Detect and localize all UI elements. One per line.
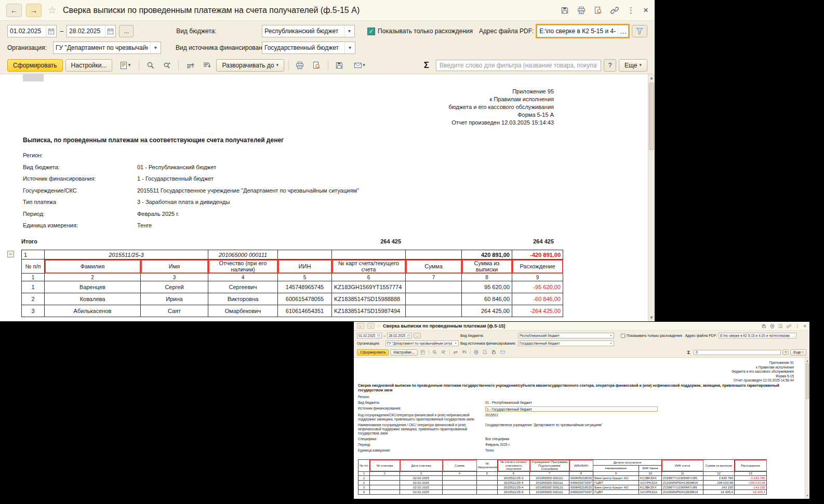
pdf-path-field[interactable]: ... bbox=[719, 333, 796, 338]
preview-button[interactable] bbox=[778, 324, 783, 329]
settings-button[interactable]: Настройки... bbox=[390, 349, 417, 356]
sort-descending-button[interactable] bbox=[461, 349, 468, 356]
print-preview-button[interactable] bbox=[482, 349, 489, 356]
report-variants-button[interactable] bbox=[419, 349, 427, 356]
budget-type-input[interactable] bbox=[262, 28, 344, 35]
sort-ascending-button[interactable] bbox=[183, 59, 197, 72]
expand-to-button[interactable]: Разворачивать до▾ bbox=[216, 59, 284, 72]
budget-type-field[interactable]: ▾ bbox=[518, 333, 614, 338]
date-options-button[interactable]: ... bbox=[414, 333, 421, 338]
date-from-input[interactable] bbox=[357, 334, 376, 337]
chevron-down-icon[interactable]: ▾ bbox=[344, 25, 354, 37]
scrollbar-thumb[interactable] bbox=[649, 83, 654, 150]
date-from-input[interactable] bbox=[8, 28, 46, 35]
only-differences-checkbox[interactable]: Показывать только расхождения bbox=[621, 334, 682, 338]
date-options-button[interactable]: ... bbox=[119, 25, 134, 37]
chevron-down-icon[interactable]: ▾ bbox=[150, 42, 161, 53]
more-vertical-button[interactable]: ⋮ bbox=[627, 6, 635, 15]
selected-cell-highlight[interactable]: 1 - Государственный бюджет bbox=[485, 406, 658, 412]
collapse-group-button[interactable]: − bbox=[7, 251, 14, 257]
table-row[interactable]: 202.02.20252015511/25-5201065000 0001116… bbox=[358, 480, 767, 485]
checkbox-checked-icon[interactable]: ✓ bbox=[367, 28, 375, 35]
date-to-field[interactable] bbox=[387, 333, 412, 338]
filter-funnel-button[interactable] bbox=[632, 25, 647, 37]
generate-button[interactable]: Сформировать bbox=[7, 59, 63, 72]
save-button[interactable] bbox=[561, 6, 569, 15]
forward-button[interactable]: → bbox=[26, 4, 42, 17]
table-row[interactable]: 402.02.20252015511/25-6201065000 0001116… bbox=[358, 489, 767, 494]
source-type-input[interactable] bbox=[519, 342, 608, 345]
date-to-input[interactable] bbox=[67, 28, 105, 35]
vertical-scrollbar[interactable]: ▲ ▼ bbox=[805, 358, 809, 499]
pdf-browse-button[interactable]: ... bbox=[618, 25, 628, 37]
save-report-button[interactable] bbox=[333, 59, 347, 72]
scroll-up-icon[interactable]: ▲ bbox=[805, 359, 809, 362]
favorites-star-icon[interactable]: ☆ bbox=[377, 323, 381, 329]
more-button[interactable]: Еще▾ bbox=[619, 59, 647, 72]
date-to-field[interactable] bbox=[67, 25, 116, 37]
sum-sigma-icon[interactable]: Σ bbox=[424, 60, 429, 71]
chevron-down-icon[interactable]: ▾ bbox=[608, 341, 614, 346]
save-button[interactable] bbox=[762, 324, 766, 329]
source-type-field[interactable]: ▾ bbox=[518, 340, 614, 346]
date-from-field[interactable] bbox=[357, 333, 382, 338]
favorites-star-icon[interactable]: ☆ bbox=[48, 4, 57, 16]
save-report-button[interactable] bbox=[490, 349, 498, 356]
more-button[interactable]: Еще▾ bbox=[790, 349, 806, 356]
table-row[interactable]: 302.02.20252015511/25-4201065000 0001316… bbox=[358, 485, 767, 489]
table-row[interactable]: 1ВаренцевСергейСергеевич145748965745KZ18… bbox=[22, 281, 563, 293]
organization-input[interactable] bbox=[386, 342, 453, 345]
find-next-button[interactable] bbox=[440, 349, 447, 356]
calendar-icon[interactable] bbox=[105, 25, 115, 37]
report-variants-button[interactable]: ▾ bbox=[115, 59, 135, 72]
organization-field[interactable]: ▾ bbox=[386, 340, 459, 346]
find-next-button[interactable] bbox=[160, 59, 174, 72]
send-email-button[interactable]: ▾ bbox=[349, 59, 370, 72]
scroll-down-icon[interactable]: ▼ bbox=[805, 494, 809, 497]
pdf-path-input[interactable] bbox=[719, 334, 791, 337]
send-email-button[interactable] bbox=[499, 349, 507, 356]
date-from-field[interactable] bbox=[7, 25, 57, 37]
filter-search-input[interactable] bbox=[436, 60, 601, 71]
find-button[interactable] bbox=[143, 59, 157, 72]
sort-descending-button[interactable] bbox=[200, 59, 214, 72]
settings-button[interactable]: Настройки... bbox=[65, 59, 113, 72]
get-link-button[interactable] bbox=[787, 324, 791, 329]
chevron-down-icon[interactable]: ▾ bbox=[453, 341, 458, 346]
sort-ascending-button[interactable] bbox=[452, 349, 459, 356]
table-row[interactable]: 102.02.20252015511/25-3201065000 0001116… bbox=[358, 475, 767, 480]
budget-type-field[interactable]: ▾ bbox=[262, 25, 355, 37]
close-window-button[interactable]: × bbox=[643, 5, 648, 16]
back-button[interactable]: ← bbox=[6, 4, 22, 17]
checkbox-unchecked-icon[interactable] bbox=[621, 334, 625, 338]
scroll-down-icon[interactable]: ▼ bbox=[648, 316, 655, 320]
group-row[interactable]: 1 2015511/25-3 201065000 000111 420 891,… bbox=[22, 250, 563, 260]
preview-button[interactable] bbox=[594, 6, 602, 15]
source-type-input[interactable] bbox=[262, 44, 344, 51]
source-type-field[interactable]: ▾ bbox=[262, 42, 355, 54]
close-window-button[interactable]: × bbox=[803, 323, 806, 329]
forward-button[interactable]: → bbox=[367, 323, 375, 329]
more-vertical-button[interactable]: ⋮ bbox=[795, 323, 800, 329]
scroll-up-icon[interactable]: ▲ bbox=[648, 76, 655, 80]
pdf-path-field[interactable]: ... bbox=[537, 25, 629, 37]
chevron-down-icon[interactable]: ▾ bbox=[608, 333, 614, 338]
calendar-icon[interactable] bbox=[376, 333, 381, 338]
help-button[interactable]: ? bbox=[604, 59, 616, 72]
organization-field[interactable]: ▾ bbox=[53, 42, 161, 54]
calendar-icon[interactable] bbox=[406, 333, 411, 338]
pdf-path-input[interactable] bbox=[537, 28, 618, 35]
find-button[interactable] bbox=[431, 349, 438, 356]
back-button[interactable]: ← bbox=[357, 323, 365, 329]
print-report-button[interactable] bbox=[473, 349, 480, 356]
print-button[interactable] bbox=[770, 324, 775, 329]
chevron-down-icon[interactable]: ▾ bbox=[344, 42, 355, 53]
print-report-button[interactable] bbox=[293, 59, 307, 72]
budget-type-input[interactable] bbox=[519, 334, 608, 337]
generate-button[interactable]: Сформировать bbox=[357, 349, 389, 356]
scrollbar-thumb[interactable] bbox=[806, 363, 809, 399]
table-row[interactable]: 2КовалеваИринаВикторовна600615478055KZ18… bbox=[22, 293, 563, 305]
sum-result-input[interactable] bbox=[694, 350, 781, 355]
sum-sigma-icon[interactable]: Σ bbox=[687, 350, 690, 355]
pdf-browse-button[interactable]: ... bbox=[791, 333, 796, 338]
